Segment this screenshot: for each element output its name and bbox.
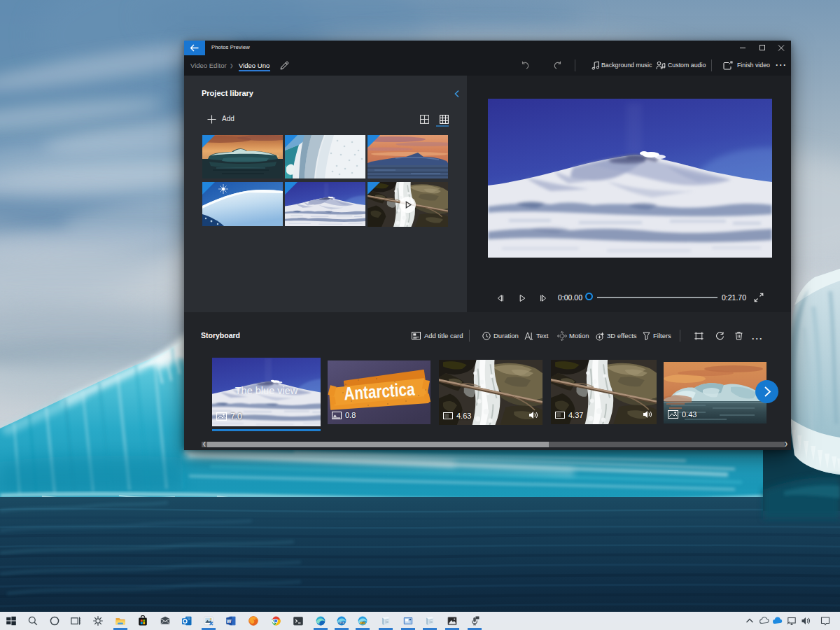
svg-text:BETA: BETA [339, 622, 344, 624]
svg-text:CAN: CAN [360, 622, 365, 624]
svg-text:W: W [227, 619, 232, 624]
